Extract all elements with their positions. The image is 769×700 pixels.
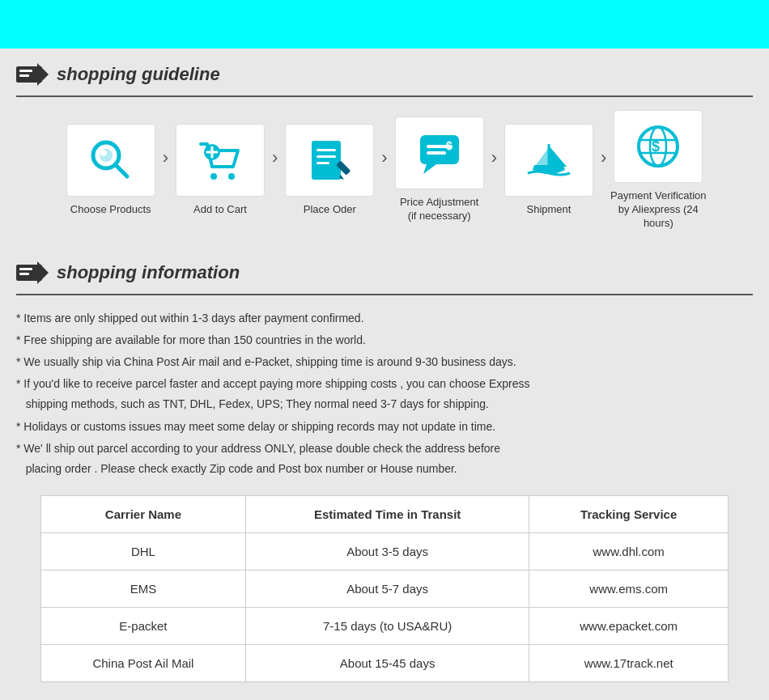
col-transit: Estimated Time in Transit bbox=[245, 496, 529, 533]
svg-rect-32 bbox=[19, 268, 32, 270]
svg-rect-3 bbox=[19, 74, 29, 77]
info-point-1: * Items are only shipped out within 1-3 … bbox=[16, 308, 753, 329]
info-point-4: * If you'd like to receive parcel faster… bbox=[16, 374, 753, 414]
tracking-epacket: www.epacket.com bbox=[529, 608, 729, 645]
step-shipment-label: Shipment bbox=[527, 203, 571, 217]
svg-text:$: $ bbox=[446, 139, 452, 152]
carrier-epacket: E-packet bbox=[41, 608, 246, 645]
shipping-table: Carrier Name Estimated Time in Transit T… bbox=[40, 495, 729, 682]
svg-point-8 bbox=[210, 173, 217, 180]
arrow-4: › bbox=[488, 147, 500, 168]
info-point-3: * We usually ship via China Post Air mai… bbox=[16, 352, 753, 372]
step-choose-products: Choose Products bbox=[62, 124, 159, 217]
svg-rect-16 bbox=[317, 162, 329, 164]
info-point-2: * Free shipping are available for more t… bbox=[16, 330, 753, 350]
guideline-title: shopping guideline bbox=[57, 64, 220, 85]
step-price-adjustment: $ Price Adjustment (if necessary) bbox=[391, 117, 488, 223]
svg-rect-19 bbox=[420, 135, 459, 164]
svg-line-7 bbox=[116, 165, 127, 176]
arrow-2: › bbox=[269, 147, 281, 168]
steps-container: Choose Products › Add to Cart › bbox=[0, 110, 769, 247]
table-row-chinapost: China Post Ail Mail About 15-45 days www… bbox=[41, 645, 729, 682]
svg-marker-1 bbox=[37, 63, 49, 86]
shipping-table-wrapper: Carrier Name Estimated Time in Transit T… bbox=[40, 495, 729, 682]
step-place-order-box bbox=[285, 124, 374, 197]
step-payment-verification: $ Payment Verification by Aliexpress (24… bbox=[610, 110, 707, 231]
svg-rect-15 bbox=[317, 155, 336, 158]
svg-marker-31 bbox=[37, 261, 49, 284]
step-payment-verification-label: Payment Verification by Aliexpress (24 h… bbox=[610, 189, 707, 231]
svg-rect-2 bbox=[19, 70, 32, 72]
step-price-adjustment-box: $ bbox=[395, 117, 484, 189]
step-place-order-label: Place Oder bbox=[304, 203, 356, 217]
info-point-5: * Holidays or customs issues may meet so… bbox=[16, 417, 753, 437]
guideline-icon bbox=[16, 63, 49, 86]
step-price-adjustment-label: Price Adjustment (if necessary) bbox=[400, 196, 479, 223]
arrow-5: › bbox=[597, 147, 610, 168]
step-choose-products-box bbox=[66, 124, 155, 197]
information-header: shopping information bbox=[16, 261, 753, 284]
svg-rect-14 bbox=[317, 149, 336, 151]
transit-epacket: 7-15 days (to USA&RU) bbox=[245, 608, 529, 645]
col-tracking: Tracking Service bbox=[529, 496, 729, 533]
table-row-epacket: E-packet 7-15 days (to USA&RU) www.epack… bbox=[41, 608, 729, 645]
carrier-chinapost: China Post Ail Mail bbox=[41, 645, 246, 682]
step-add-to-cart-label: Add to Cart bbox=[193, 203, 247, 217]
svg-text:$: $ bbox=[652, 138, 660, 155]
svg-point-6 bbox=[100, 150, 107, 156]
step-place-order: Place Oder bbox=[281, 124, 378, 217]
top-bar bbox=[0, 0, 769, 49]
info-point-6: * We' ll ship out parcel according to yo… bbox=[16, 439, 753, 479]
svg-marker-20 bbox=[423, 164, 436, 174]
step-shipment-box bbox=[504, 124, 593, 197]
svg-rect-22 bbox=[427, 151, 446, 155]
step-choose-products-label: Choose Products bbox=[70, 203, 151, 217]
carrier-ems: EMS bbox=[41, 571, 246, 608]
information-icon bbox=[16, 261, 49, 284]
arrow-3: › bbox=[378, 147, 390, 168]
table-row-ems: EMS About 5-7 days www.ems.com bbox=[41, 571, 729, 608]
transit-dhl: About 3-5 days bbox=[245, 533, 529, 571]
tracking-dhl: www.dhl.com bbox=[529, 533, 729, 571]
transit-chinapost: About 15-45 days bbox=[245, 645, 529, 682]
step-add-to-cart-box bbox=[176, 124, 265, 197]
information-title: shopping information bbox=[57, 262, 240, 283]
info-section: * Items are only shipped out within 1-3 … bbox=[0, 308, 769, 480]
svg-rect-33 bbox=[19, 273, 29, 275]
information-divider bbox=[16, 294, 753, 295]
tracking-chinapost: www.17track.net bbox=[529, 645, 729, 682]
svg-rect-13 bbox=[312, 141, 341, 180]
guideline-header: shopping guideline bbox=[16, 63, 753, 86]
col-carrier: Carrier Name bbox=[41, 496, 246, 533]
table-row-dhl: DHL About 3-5 days www.dhl.com bbox=[41, 533, 729, 571]
svg-point-9 bbox=[228, 173, 235, 180]
table-header-row: Carrier Name Estimated Time in Transit T… bbox=[41, 496, 729, 533]
step-add-to-cart: Add to Cart bbox=[172, 124, 269, 217]
arrow-1: › bbox=[159, 147, 172, 168]
step-shipment: Shipment bbox=[500, 124, 597, 217]
carrier-dhl: DHL bbox=[41, 533, 246, 571]
transit-ems: About 5-7 days bbox=[245, 571, 529, 608]
guideline-divider bbox=[16, 95, 753, 97]
tracking-ems: www.ems.com bbox=[529, 571, 729, 608]
step-payment-verification-box: $ bbox=[614, 110, 703, 183]
